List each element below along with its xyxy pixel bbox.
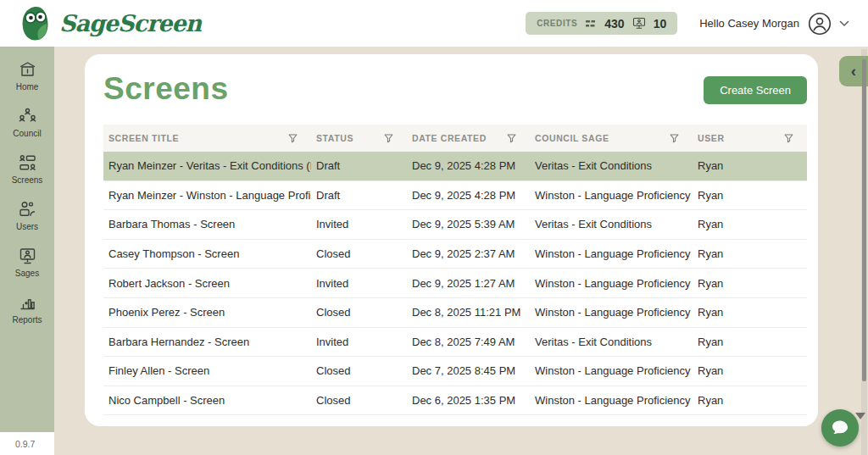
- cell-council-sage: Winston - Language Proficiency: [530, 247, 693, 260]
- scrollbar-down-arrow[interactable]: [855, 413, 865, 419]
- cell-council-sage: Winston - Language Proficiency: [530, 306, 693, 319]
- credits-badge[interactable]: CREDITS 430 10: [526, 12, 677, 35]
- cell-status: Invited: [311, 336, 407, 348]
- brand-name: SageScreen: [59, 10, 201, 36]
- filter-icon[interactable]: [669, 133, 680, 144]
- cell-user: Ryan: [693, 159, 807, 172]
- cell-council-sage: Winston - Language Proficiency: [530, 394, 693, 407]
- cell-status: Closed: [311, 306, 407, 319]
- cell-council-sage: Veritas - Exit Conditions: [530, 336, 693, 348]
- page-title: Screens: [103, 71, 229, 107]
- cell-date-created: Dec 8, 2025 7:49 AM: [407, 336, 530, 348]
- scrollbar-thumb[interactable]: [862, 59, 866, 381]
- column-header-screen-title: SCREEN TITLE: [103, 133, 311, 144]
- table-header-row: SCREEN TITLE STATUS DATE CREATED COUNCIL…: [103, 125, 807, 152]
- table-row[interactable]: Robert Jackson - Screen Invited Dec 9, 2…: [103, 269, 807, 298]
- table-row[interactable]: Phoenix Perez - Screen Closed Dec 8, 202…: [103, 298, 807, 328]
- filter-icon[interactable]: [287, 133, 298, 144]
- filter-icon[interactable]: [383, 133, 394, 144]
- column-header-status: STATUS: [311, 133, 407, 144]
- reports-chart-icon: [17, 292, 38, 313]
- cell-date-created: Dec 9, 2025 4:28 PM: [407, 189, 530, 202]
- screens-panel: Screens Create Screen SCREEN TITLE STATU…: [85, 54, 818, 426]
- credits-label: CREDITS: [537, 19, 577, 28]
- cell-user: Ryan: [693, 218, 807, 230]
- table-row[interactable]: Barbara Hernandez - Screen Invited Dec 8…: [103, 328, 807, 358]
- filter-icon[interactable]: [783, 133, 794, 144]
- cell-date-created: Dec 6, 2025 1:35 PM: [407, 394, 530, 407]
- cell-user: Ryan: [693, 189, 807, 202]
- cell-user: Ryan: [693, 336, 807, 348]
- cell-screen-title: Robert Jackson - Screen: [103, 277, 311, 290]
- table-row[interactable]: Finley Allen - Screen Closed Dec 7, 2025…: [103, 357, 807, 386]
- cell-council-sage: Winston - Language Proficiency: [530, 424, 693, 426]
- sidebar-item-council[interactable]: Council: [0, 106, 54, 138]
- sidebar-item-label: Screens: [12, 175, 43, 185]
- cell-screen-title: Ryan Meinzer - Veritas - Exit Conditions…: [103, 159, 311, 172]
- table-row[interactable]: Casey Thompson - Screen Closed Dec 9, 20…: [103, 240, 807, 269]
- cell-screen-title: Nico Campbell - Screen: [103, 394, 311, 407]
- cell-date-created: Dec 6, 2025 3:34 AM: [407, 424, 530, 426]
- chevron-left-icon: ‹: [851, 62, 856, 80]
- table-body: Ryan Meinzer - Veritas - Exit Conditions…: [103, 152, 807, 426]
- cell-user: Ryan: [693, 394, 807, 407]
- cell-screen-title: Finley Allen - Screen: [103, 364, 311, 377]
- brand-logo[interactable]: SageScreen: [19, 5, 201, 42]
- create-screen-button[interactable]: Create Screen: [704, 76, 807, 104]
- cell-status: Invited: [311, 218, 407, 230]
- sidebar-item-label: Reports: [12, 315, 42, 325]
- table-row[interactable]: Nico Campbell - Screen Closed Dec 6, 202…: [103, 386, 807, 416]
- screen-credits-icon: [632, 17, 646, 30]
- cell-council-sage: Winston - Language Proficiency: [530, 277, 693, 290]
- cell-user: Ryan: [693, 424, 807, 426]
- screen-credits-value: 10: [654, 17, 667, 31]
- filter-icon[interactable]: [506, 133, 517, 144]
- sidebar-item-users[interactable]: Users: [0, 199, 54, 231]
- owl-logo-icon: [19, 5, 53, 42]
- cell-status: Closed: [311, 364, 407, 377]
- screens-icon: [17, 153, 38, 173]
- sidebar-item-label: Council: [13, 129, 41, 138]
- chat-bubble-icon: [830, 418, 850, 438]
- cell-user: Ryan: [693, 247, 807, 260]
- table-row[interactable]: Barbara Thomas - Screen Invited Dec 9, 2…: [103, 210, 807, 240]
- chevron-down-icon[interactable]: [839, 20, 849, 27]
- user-avatar-icon[interactable]: [808, 12, 832, 36]
- top-header: SageScreen CREDITS 430 10 Hello: [0, 0, 868, 47]
- cell-status: Invited: [311, 277, 407, 290]
- column-header-date-created: DATE CREATED: [407, 133, 530, 144]
- user-greeting: Hello Casey Morgan: [699, 17, 799, 30]
- cell-screen-title: Phoenix Perez - Screen: [103, 306, 311, 319]
- cell-date-created: Dec 9, 2025 2:37 AM: [407, 247, 530, 260]
- sidebar-nav: Home Council Screens Users: [0, 47, 54, 432]
- sidebar-item-screens[interactable]: Screens: [0, 153, 54, 185]
- cell-status: Draft: [311, 159, 407, 172]
- cell-council-sage: Winston - Language Proficiency: [530, 189, 693, 202]
- column-header-user: USER: [693, 133, 807, 144]
- sidebar-item-sages[interactable]: Sages: [0, 246, 54, 278]
- cell-status: Closed: [311, 247, 407, 260]
- table-row[interactable]: Ryan Meinzer - Veritas - Exit Conditions…: [103, 152, 807, 181]
- app-version: 0.9.7: [0, 432, 54, 455]
- table-row[interactable]: Percy Davis - Screen Abandoned Dec 6, 20…: [103, 415, 807, 426]
- cell-screen-title: Ryan Meinzer - Winston - Language Profic…: [103, 189, 311, 202]
- sidebar-item-label: Home: [16, 82, 39, 92]
- council-people-icon: [17, 106, 38, 126]
- sidebar-item-reports[interactable]: Reports: [0, 292, 54, 325]
- chat-widget-button[interactable]: [821, 409, 859, 447]
- cell-screen-title: Percy Davis - Screen: [103, 424, 311, 426]
- cell-council-sage: Veritas - Exit Conditions: [530, 159, 693, 172]
- cell-council-sage: Veritas - Exit Conditions: [530, 218, 693, 230]
- sages-icon: [17, 246, 38, 266]
- cell-screen-title: Barbara Thomas - Screen: [103, 218, 311, 230]
- cell-status: Closed: [311, 394, 407, 407]
- cell-status: Abandoned: [311, 424, 407, 426]
- cell-date-created: Dec 9, 2025 1:27 AM: [407, 277, 530, 290]
- council-credits-value: 430: [604, 17, 624, 31]
- sidebar-item-home[interactable]: Home: [0, 59, 54, 92]
- cell-council-sage: Winston - Language Proficiency: [530, 364, 693, 377]
- users-icon: [17, 199, 38, 219]
- cell-user: Ryan: [693, 306, 807, 319]
- table-row[interactable]: Ryan Meinzer - Winston - Language Profic…: [103, 181, 807, 211]
- cell-user: Ryan: [693, 364, 807, 377]
